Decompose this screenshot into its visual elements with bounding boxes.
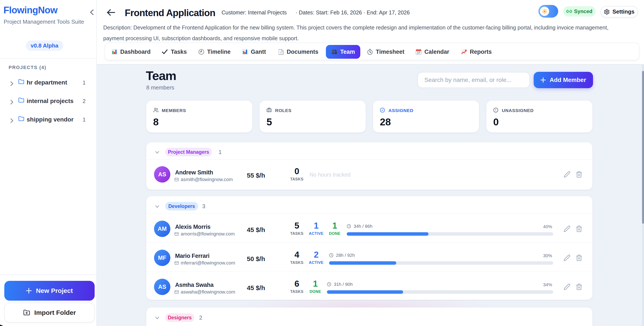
svg-text:17: 17 <box>417 51 420 54</box>
